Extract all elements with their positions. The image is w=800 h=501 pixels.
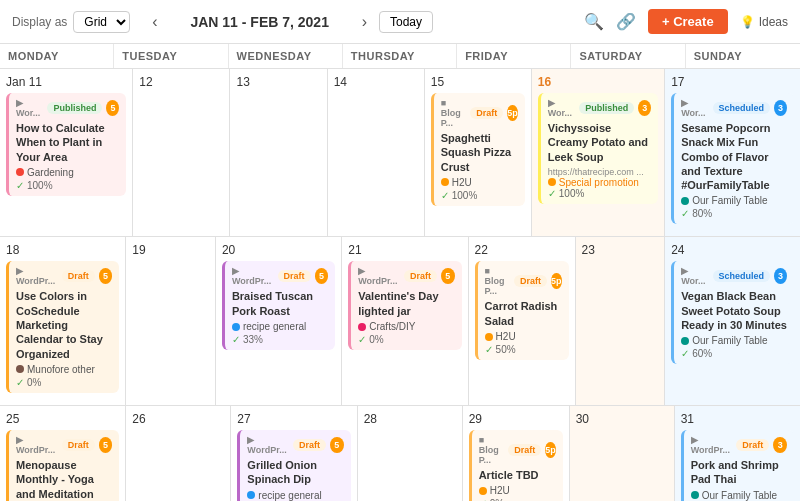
card-progress: ✓ 80% <box>681 208 787 219</box>
week-3: 25 ▶ WordPr... Draft 5 Menopause Monthly… <box>0 406 800 501</box>
card-header: ▶ Wor... Scheduled 3 <box>681 98 787 118</box>
day-23: 23 <box>576 237 666 405</box>
header-monday: MONDAY <box>0 44 114 68</box>
bulb-icon: 💡 <box>740 15 755 29</box>
card-jan22[interactable]: ■ Blog P... Draft 5p Carrot Radish Salad… <box>475 261 569 360</box>
badge-num: 3 <box>774 100 787 116</box>
special-tag: Special promotion <box>548 177 651 188</box>
next-btn[interactable]: › <box>356 11 373 33</box>
ideas-button[interactable]: 💡 Ideas <box>740 15 788 29</box>
card-progress: ✓ 50% <box>485 344 562 355</box>
day-31: 31 ▶ WordPr... Draft 3 Pork and Shrimp P… <box>675 406 800 501</box>
card-tag: H2U <box>441 177 518 188</box>
prev-btn[interactable]: ‹ <box>146 11 163 33</box>
card-jan27[interactable]: ▶ WordPr... Draft 5 Grilled Onion Spinac… <box>237 430 350 501</box>
card-header: ▶ Wor... Published 5 <box>16 98 119 118</box>
search-icon[interactable]: 🔍 <box>584 12 604 31</box>
status-badge: Published <box>47 102 102 114</box>
share-icon[interactable]: 🔗 <box>616 12 636 31</box>
header-icons: 🔍 🔗 + Create 💡 Ideas <box>584 9 788 34</box>
card-title: Spaghetti Squash Pizza Crust <box>441 131 518 174</box>
card-jan29[interactable]: ■ Blog P... Draft 5p Article TBD H2U ✓ 0… <box>469 430 563 501</box>
day-16: 16 ▶ Wor... Published 3 Vichyssoise Crea… <box>532 69 665 237</box>
create-button[interactable]: + Create <box>648 9 728 34</box>
day-number: 20 <box>222 243 335 257</box>
badge-num: 5 <box>441 268 455 284</box>
dot-icon <box>485 333 493 341</box>
wp-label: ▶ WordPr... <box>691 435 733 455</box>
status-badge: Draft <box>293 439 326 451</box>
card-header: ▶ WordPr... Draft 5 <box>358 266 454 286</box>
day-17: 17 ▶ Wor... Scheduled 3 Sesame Popcorn S… <box>665 69 800 237</box>
app-header: Display as Grid ‹ JAN 11 - FEB 7, 2021 ›… <box>0 0 800 44</box>
status-badge: Draft <box>278 270 311 282</box>
day-number: 26 <box>132 412 224 426</box>
card-jan25[interactable]: ▶ WordPr... Draft 5 Menopause Monthly - … <box>6 430 119 501</box>
day-number: 30 <box>576 412 668 426</box>
day-12: 12 <box>133 69 230 237</box>
card-jan11[interactable]: ▶ Wor... Published 5 How to Calculate Wh… <box>6 93 126 196</box>
card-jan20[interactable]: ▶ WordPr... Draft 5 Braised Tuscan Pork … <box>222 261 335 350</box>
wp-label: ▶ WordPr... <box>16 266 58 286</box>
wp-label: ▶ WordPr... <box>358 266 400 286</box>
check-icon: ✓ <box>232 334 240 345</box>
day-number: 18 <box>6 243 119 257</box>
card-progress: ✓ 100% <box>548 188 651 199</box>
card-title: Vegan Black Bean Sweet Potato Soup Ready… <box>681 289 787 332</box>
day-number: 12 <box>139 75 223 89</box>
week-1: Jan 11 ▶ Wor... Published 5 How to Calcu… <box>0 69 800 237</box>
status-badge: Draft <box>508 444 541 456</box>
card-tag: recipe general <box>247 490 343 501</box>
date-range: JAN 11 - FEB 7, 2021 <box>170 14 350 30</box>
card-progress: ✓ 33% <box>232 334 328 345</box>
card-tag: Our Family Table <box>681 195 787 206</box>
check-icon: ✓ <box>16 180 24 191</box>
check-icon: ✓ <box>358 334 366 345</box>
card-header: ■ Blog P... Draft 5p <box>479 435 556 465</box>
status-badge: Draft <box>62 270 95 282</box>
day-15: 15 ■ Blog P... Draft 5p Spaghetti Squash… <box>425 69 532 237</box>
card-jan16[interactable]: ▶ Wor... Published 3 Vichyssoise Creamy … <box>538 93 658 204</box>
today-button[interactable]: Today <box>379 11 433 33</box>
card-jan18[interactable]: ▶ WordPr... Draft 5 Use Colors in CoSche… <box>6 261 119 392</box>
card-title: Grilled Onion Spinach Dip <box>247 458 343 487</box>
status-badge: Draft <box>736 439 769 451</box>
day-number: 14 <box>334 75 418 89</box>
badge-num: 3 <box>773 437 787 453</box>
day-29: 29 ■ Blog P... Draft 5p Article TBD H2U … <box>463 406 570 501</box>
card-title: Article TBD <box>479 468 556 482</box>
badge-num: 5p <box>551 273 562 289</box>
card-header: ■ Blog P... Draft 5p <box>485 266 562 296</box>
dot-icon <box>681 337 689 345</box>
day-number: 27 <box>237 412 350 426</box>
header-friday: FRIDAY <box>457 44 571 68</box>
day-27: 27 ▶ WordPr... Draft 5 Grilled Onion Spi… <box>231 406 357 501</box>
card-tag: Crafts/DIY <box>358 321 454 332</box>
blog-label: ■ Blog P... <box>485 266 510 296</box>
card-title: Vichyssoise Creamy Potato and Leek Soup <box>548 121 651 164</box>
badge-num: 5 <box>99 268 113 284</box>
card-title: Use Colors in CoSchedule Marketing Calen… <box>16 289 112 360</box>
day-30: 30 <box>570 406 675 501</box>
wp-label: ▶ Wor... <box>548 98 575 118</box>
card-tag: Gardening <box>16 167 119 178</box>
card-jan24[interactable]: ▶ Wor... Scheduled 3 Vegan Black Bean Sw… <box>671 261 794 364</box>
wp-label: ▶ Wor... <box>16 98 43 118</box>
card-header: ▶ WordPr... Draft 5 <box>232 266 328 286</box>
dot-icon <box>232 323 240 331</box>
card-header: ▶ Wor... Published 3 <box>548 98 651 118</box>
day-number: 15 <box>431 75 525 89</box>
day-number: 19 <box>132 243 209 257</box>
view-select[interactable]: Grid <box>73 11 130 33</box>
dot-icon <box>479 487 487 495</box>
card-jan15[interactable]: ■ Blog P... Draft 5p Spaghetti Squash Pi… <box>431 93 525 206</box>
card-tag: Our Family Table <box>691 490 787 501</box>
card-jan21[interactable]: ▶ WordPr... Draft 5 Valentine's Day ligh… <box>348 261 461 350</box>
card-header: ▶ WordPr... Draft 5 <box>16 435 112 455</box>
card-jan17[interactable]: ▶ Wor... Scheduled 3 Sesame Popcorn Snac… <box>671 93 794 224</box>
card-url: https://thatrecipe.com ... <box>548 167 651 177</box>
card-title: Valentine's Day lighted jar <box>358 289 454 318</box>
card-jan31[interactable]: ▶ WordPr... Draft 3 Pork and Shrimp Pad … <box>681 430 794 501</box>
day-19: 19 <box>126 237 216 405</box>
day-number: 24 <box>671 243 794 257</box>
